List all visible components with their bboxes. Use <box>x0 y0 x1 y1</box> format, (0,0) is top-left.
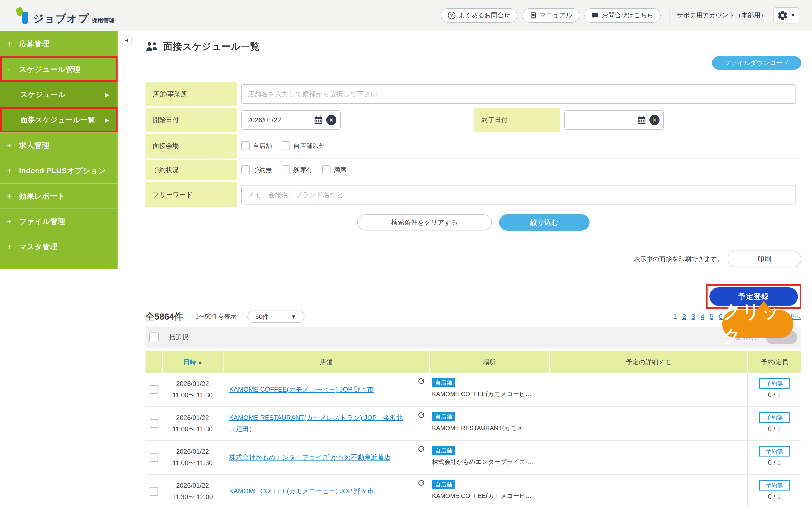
row-checkbox-cell <box>146 475 162 507</box>
store-link[interactable]: KAMOME COFFEE(カモメコーヒー) JOP 野々市 <box>229 486 374 497</box>
page-3[interactable]: 3 <box>692 313 695 321</box>
status-label: 予約状況 <box>146 160 237 180</box>
click-callout-label: クリック <box>722 299 793 349</box>
refresh-icon[interactable] <box>417 377 425 385</box>
end-date-clear-button[interactable]: × <box>649 115 660 125</box>
expand-plus-icon: + <box>7 243 19 251</box>
calendar-icon[interactable] <box>637 115 647 125</box>
bulk-select-checkbox[interactable] <box>149 333 159 342</box>
row-checkbox[interactable] <box>150 385 158 394</box>
keyword-label: フリーワード <box>146 182 237 208</box>
bulk-select-bar: 一括選択 選択した <box>146 327 801 348</box>
header-place: 場所 <box>429 351 549 373</box>
sidebar-item-indeed-plus[interactable]: + Indeed PLUSオプション <box>0 158 117 183</box>
row-memo-cell <box>549 373 747 407</box>
checkbox-icon <box>241 141 250 150</box>
row-checkbox-cell <box>146 441 162 475</box>
sidebar-item-job-mgmt[interactable]: + 求人管理 <box>0 132 117 158</box>
sort-datetime-link[interactable]: 日時 <box>183 358 196 367</box>
venue-label: 面接会場 <box>146 134 237 158</box>
row-store-cell: KAMOME RESTAURANT(カモメレストラン) JOP 金沢北（疋田） <box>223 407 429 441</box>
row-place-cell: 自店舗 KAMOME RESTAURANT(カモメ… <box>429 407 549 441</box>
refresh-icon[interactable] <box>417 479 425 487</box>
section-divider <box>146 75 801 75</box>
row-datetime-cell: 2026/01/22 11:00〜 11:30 <box>162 441 223 475</box>
row-checkbox[interactable] <box>150 453 158 462</box>
page-title-row: 面接スケジュール一覧 <box>146 40 801 53</box>
sidebar-item-interview-schedule-list[interactable]: 面接スケジュール一覧 ▶ <box>0 107 117 132</box>
header-checkbox-col <box>146 351 162 373</box>
row-memo-cell <box>549 441 747 475</box>
checkbox-label: 自店舗 <box>253 142 272 150</box>
place-text: KAMOME RESTAURANT(カモメ… <box>432 424 546 433</box>
row-checkbox[interactable] <box>150 487 158 496</box>
venue-own-store-checkbox[interactable]: 自店舗 <box>241 141 272 150</box>
row-checkbox[interactable] <box>150 419 158 428</box>
start-date-field[interactable]: 2026/01/22 × <box>241 110 341 130</box>
page-1[interactable]: 1 <box>673 313 677 321</box>
no-reservation-badge[interactable]: 予約無 <box>759 480 790 491</box>
per-page-select[interactable]: 50件 ▼ <box>247 311 305 323</box>
sidebar-item-label: 面接スケジュール一覧 <box>20 115 95 125</box>
store-link[interactable]: 株式会社かもめエンタープライズ かもめ不動産近藤店 <box>229 452 390 463</box>
row-date: 2026/01/22 <box>165 412 220 424</box>
sidebar-item-schedule[interactable]: スケジュール ▶ <box>0 82 117 107</box>
sidebar-item-schedule-mgmt[interactable]: - スケジュール管理 <box>0 56 117 82</box>
end-date-field[interactable]: × <box>564 110 664 130</box>
store-link[interactable]: KAMOME RESTAURANT(カモメレストラン) JOP 金沢北（疋田） <box>229 412 414 435</box>
store-link[interactable]: KAMOME COFFEE(カモメコーヒー) JOP 野々市 <box>229 384 374 395</box>
contact-button[interactable]: お問合せはこちら <box>585 8 661 22</box>
question-icon: ? <box>448 12 455 19</box>
page-6[interactable]: 6 <box>719 313 722 321</box>
header-reserve: 予約/定員 <box>747 351 801 373</box>
page-5[interactable]: 5 <box>710 313 713 321</box>
page-2[interactable]: 2 <box>682 313 686 321</box>
sidebar-item-application-mgmt[interactable]: + 応募管理 <box>0 31 117 56</box>
sidebar-item-label: 応募管理 <box>19 39 49 49</box>
sidebar-item-label: Indeed PLUSオプション <box>19 166 106 176</box>
submenu-arrow-icon: ▶ <box>105 117 109 123</box>
capacity-text: 0 / 1 <box>751 459 798 467</box>
keyword-input[interactable] <box>241 185 796 205</box>
sidebar-item-file-mgmt[interactable]: + ファイル管理 <box>0 209 117 234</box>
row-reserve-cell: 予約無 0 / 1 <box>747 475 801 507</box>
sidebar-item-master-mgmt[interactable]: + マスタ管理 <box>0 234 117 259</box>
row-datetime-cell: 2026/01/22 11:00〜 11:30 <box>162 407 223 441</box>
clear-conditions-button[interactable]: 検索条件をクリアする <box>357 214 492 230</box>
page-4[interactable]: 4 <box>701 313 704 321</box>
print-button[interactable]: 印刷 <box>728 250 801 268</box>
row-datetime-cell: 2026/01/22 11:00〜 11:30 <box>162 373 223 407</box>
file-download-button[interactable]: ファイルダウンロード <box>712 56 801 70</box>
row-place-cell: 自店舗 株式会社かもめエンタープライズ … <box>429 441 549 475</box>
status-no-reservation-checkbox[interactable]: 予約無 <box>241 165 272 174</box>
refresh-icon[interactable] <box>417 445 425 453</box>
book-icon <box>530 12 537 19</box>
gear-icon <box>777 10 788 21</box>
no-reservation-badge[interactable]: 予約無 <box>759 412 790 423</box>
people-icon <box>146 42 158 52</box>
sidebar-collapse-button[interactable]: ◀ <box>122 35 132 45</box>
refresh-icon[interactable] <box>417 411 425 419</box>
chat-icon <box>592 12 599 19</box>
venue-other-store-checkbox[interactable]: 自店舗以外 <box>282 141 325 150</box>
no-reservation-badge[interactable]: 予約無 <box>759 446 790 456</box>
settings-button[interactable]: ▼ <box>773 7 799 23</box>
no-reservation-badge[interactable]: 予約無 <box>759 378 790 389</box>
sidebar-item-label: スケジュール <box>20 90 65 100</box>
app-header: ジョブオプ 採用管理 ? よくあるお問合せ マニュアル お問合せはこちら サポデ… <box>0 0 812 31</box>
expand-plus-icon: + <box>7 217 19 226</box>
status-full-checkbox[interactable]: 満席 <box>322 165 346 174</box>
sidebar-item-label: マスタ管理 <box>19 242 57 252</box>
store-label: 店舗/事業所 <box>146 82 237 106</box>
status-seats-left-checkbox[interactable]: 残席有 <box>282 165 312 174</box>
manual-button[interactable]: マニュアル <box>522 8 579 22</box>
sort-asc-icon: ▲ <box>198 359 202 365</box>
faq-button[interactable]: ? よくあるお問合せ <box>441 8 517 22</box>
own-store-badge: 自店舗 <box>432 480 455 489</box>
start-date-clear-button[interactable]: × <box>326 115 337 125</box>
calendar-icon[interactable] <box>314 115 323 125</box>
app-logo[interactable]: ジョブオプ 採用管理 <box>16 7 115 24</box>
store-input[interactable] <box>241 84 796 104</box>
apply-filter-button[interactable]: 絞り込む <box>499 214 590 231</box>
sidebar-item-effect-report[interactable]: + 効果レポート <box>0 183 117 209</box>
